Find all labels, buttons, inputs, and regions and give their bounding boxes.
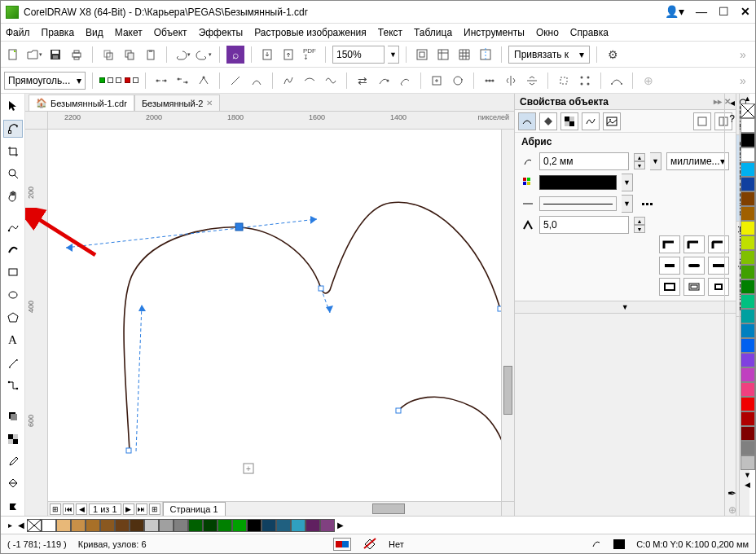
color-swatch[interactable] xyxy=(741,353,755,367)
zoom-dropdown[interactable]: ▼ xyxy=(388,46,399,64)
options-button[interactable]: ⚙ xyxy=(604,46,622,64)
clipboard-button[interactable] xyxy=(142,46,160,64)
pick-tool[interactable] xyxy=(3,97,23,115)
color-swatch[interactable] xyxy=(741,367,755,382)
color-swatch[interactable] xyxy=(741,265,755,279)
color-swatch[interactable] xyxy=(741,133,755,147)
corner-round[interactable] xyxy=(683,235,705,253)
no-color-swatch-h[interactable] xyxy=(27,519,42,532)
panel-view1-button[interactable] xyxy=(693,112,711,130)
panel-expand-button[interactable]: ▼ xyxy=(515,301,736,314)
position-center[interactable] xyxy=(683,278,705,296)
close-tab-icon[interactable]: ✕ xyxy=(206,99,213,108)
copy-button[interactable] xyxy=(99,46,117,64)
color-swatch[interactable] xyxy=(741,279,755,294)
propbar-overflow[interactable]: » xyxy=(734,72,752,90)
outline-width-dropdown[interactable]: ▼ xyxy=(650,152,662,170)
rectangle-tool[interactable] xyxy=(3,263,23,281)
smooth-node-button[interactable] xyxy=(301,72,319,90)
open-button[interactable]: ▾ xyxy=(25,46,43,64)
palette-h-left[interactable]: ◀ xyxy=(15,521,27,530)
color-swatch[interactable] xyxy=(741,221,755,235)
show-rulers-button[interactable] xyxy=(434,46,452,64)
page-prev-button[interactable]: ◀ xyxy=(76,503,87,515)
freehand-tool[interactable] xyxy=(3,218,23,236)
transparency-tab[interactable] xyxy=(560,112,578,130)
fill-swatch-icon[interactable] xyxy=(363,538,377,551)
page-add-button[interactable]: ⊞ xyxy=(50,503,61,515)
color-swatch[interactable] xyxy=(741,455,755,470)
outline-units-dropdown[interactable]: миллиме...▾ xyxy=(666,152,729,170)
cusp-node-button[interactable] xyxy=(279,72,297,90)
palette-up-button[interactable]: ▲ xyxy=(740,94,755,103)
palette-h-right[interactable]: ▶ xyxy=(335,521,346,530)
outline-width-spinner[interactable]: ▲▼ xyxy=(634,153,645,169)
palette-h-menu[interactable]: ▸ xyxy=(4,521,15,530)
menu-text[interactable]: Текст xyxy=(378,27,402,38)
connector-tool[interactable] xyxy=(3,377,23,395)
ruler-horizontal[interactable]: 2200 2000 1800 1600 1400 пикселей xyxy=(48,112,514,130)
color-swatch[interactable] xyxy=(247,519,262,532)
outline-color-dropdown[interactable]: ▼ xyxy=(622,174,633,191)
publish-pdf-button[interactable]: PDF↧ xyxy=(301,46,319,64)
fill-tab[interactable] xyxy=(539,112,557,130)
color-swatch[interactable] xyxy=(130,519,144,532)
color-swatch[interactable] xyxy=(159,519,174,532)
ruler-vertical[interactable]: 200 400 600 xyxy=(25,130,48,516)
text-tool[interactable]: A xyxy=(3,332,23,350)
miter-spinner[interactable]: ▲▼ xyxy=(634,217,645,233)
fullscreen-button[interactable] xyxy=(413,46,431,64)
artistic-media-tool[interactable] xyxy=(3,241,23,259)
reverse-direction-button[interactable]: ⇄ xyxy=(354,72,371,90)
color-swatch[interactable] xyxy=(741,309,755,323)
color-swatch[interactable] xyxy=(305,519,320,532)
ellipse-tool[interactable] xyxy=(3,286,23,304)
export-button[interactable] xyxy=(279,46,297,64)
color-swatch[interactable] xyxy=(262,519,276,532)
to-line-button[interactable] xyxy=(226,72,244,90)
color-swatch[interactable] xyxy=(42,519,56,532)
paste-button[interactable] xyxy=(121,46,138,64)
eyedropper-tool[interactable] xyxy=(3,453,23,471)
polygon-tool[interactable] xyxy=(3,309,23,327)
menu-window[interactable]: Окно xyxy=(536,27,559,38)
color-swatch[interactable] xyxy=(741,411,755,426)
color-swatch[interactable] xyxy=(741,294,755,309)
outline-width-input[interactable]: 0,2 мм xyxy=(539,152,629,170)
close-button[interactable]: ✕ xyxy=(741,5,750,19)
color-swatch[interactable] xyxy=(218,519,232,532)
outline-color-swatch[interactable] xyxy=(539,175,617,190)
color-swatch[interactable] xyxy=(741,162,755,177)
cap-round[interactable] xyxy=(683,257,705,275)
quick-plus-icon[interactable]: ⊕ xyxy=(728,504,736,516)
drop-shadow-tool[interactable] xyxy=(3,407,23,425)
color-swatch[interactable] xyxy=(741,118,755,133)
color-swatch[interactable] xyxy=(741,426,755,441)
scrollbar-vertical[interactable] xyxy=(501,130,514,501)
stretch-nodes-button[interactable] xyxy=(428,72,446,90)
menu-file[interactable]: Файл xyxy=(6,27,30,38)
reflect-nodes-h-button[interactable] xyxy=(502,72,520,90)
delete-node-button[interactable] xyxy=(125,77,138,83)
page-first-button[interactable]: ⏮ xyxy=(63,503,74,515)
menu-view[interactable]: Вид xyxy=(86,27,103,38)
color-swatch[interactable] xyxy=(741,206,755,221)
menu-table[interactable]: Таблица xyxy=(414,27,452,38)
join-nodes-button[interactable] xyxy=(152,72,170,90)
symmetric-node-button[interactable] xyxy=(322,72,340,90)
to-curve-button[interactable] xyxy=(248,72,266,90)
color-swatch[interactable] xyxy=(741,323,755,338)
quick-collapse-icon[interactable]: ◂ xyxy=(730,97,735,108)
crop-tool[interactable] xyxy=(3,143,23,160)
dash-settings-button[interactable] xyxy=(638,195,656,213)
color-swatch[interactable] xyxy=(203,519,218,532)
page-add-after-button[interactable]: ⊞ xyxy=(149,503,160,515)
palette-down-button[interactable]: ▼ xyxy=(740,470,755,480)
selection-mode-dropdown[interactable]: Прямоуголь...▾ xyxy=(4,72,86,90)
color-swatch[interactable] xyxy=(741,338,755,353)
color-swatch[interactable] xyxy=(741,250,755,265)
pan-tool[interactable] xyxy=(3,187,23,205)
menu-help[interactable]: Справка xyxy=(570,27,609,38)
line-style-dropdown[interactable] xyxy=(539,196,617,211)
bounding-box-button[interactable]: ⊕ xyxy=(640,72,657,90)
